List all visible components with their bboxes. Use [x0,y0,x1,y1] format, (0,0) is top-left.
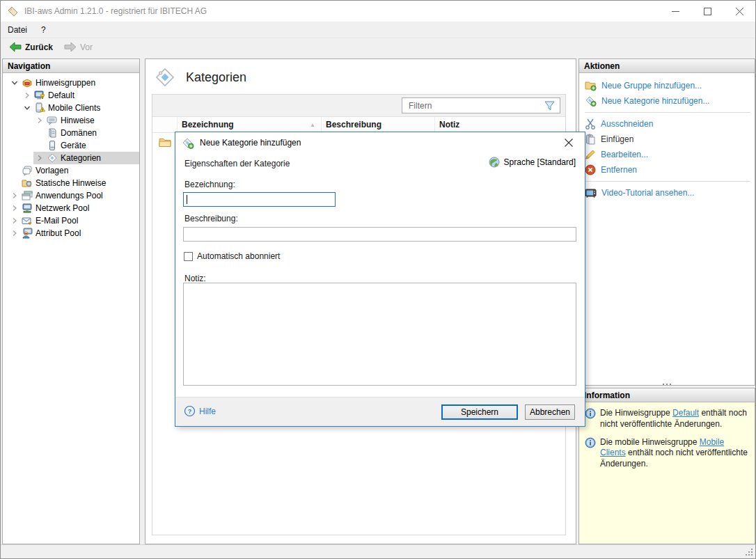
filter-funnel-icon[interactable] [544,101,555,111]
action-paste: Einfügen [579,132,755,147]
actions-panel: Aktionen Neue Gruppe hinzufügen... Neue … [578,58,755,386]
action-edit[interactable]: Bearbeiten... [579,147,755,162]
chevron-collapsed-icon[interactable] [21,92,33,99]
notiz-textarea[interactable] [183,283,576,386]
notiz-label: Notiz: [184,274,206,283]
action-new-group[interactable]: Neue Gruppe hinzufügen... [579,78,755,93]
close-button[interactable] [723,1,755,22]
filter-toolbar: Filtern [152,95,565,117]
app-tag-icon [7,6,19,17]
info-icon [585,437,596,448]
chevron-collapsed-icon[interactable] [33,117,46,124]
dialog-section-label: Eigenschaften der Kategorie [184,159,290,168]
resize-grip-icon[interactable] [745,548,753,556]
edit-icon [585,149,596,160]
notes-icon [46,115,58,126]
window-title: IBI-aws Admin 1.21.0 - registriert für I… [24,6,207,16]
tag-add-icon [182,137,194,149]
actions-header: Aktionen [579,59,755,73]
folder-add-icon [585,80,597,91]
minimize-button[interactable] [659,1,691,22]
bezeichnung-input[interactable] [183,192,336,207]
tree-item-domaenen[interactable]: Domänen [3,127,139,139]
tree-item-statische-hinweise[interactable]: Statische Hinweise [3,177,139,189]
action-video-tutorial[interactable]: Video-Tutorial ansehen... [579,185,755,200]
chevron-collapsed-icon[interactable] [8,217,21,224]
filter-input[interactable]: Filtern [402,97,560,113]
tree-item-netzwerk-pool[interactable]: Netzwerk Pool [3,202,139,214]
chevron-collapsed-icon[interactable] [8,192,21,199]
email-pool-icon [21,215,33,226]
folder-icon [159,137,171,148]
column-beschreibung[interactable]: Beschreibung [322,117,435,132]
link-default[interactable]: Default [672,408,699,418]
text-caret [187,195,187,204]
notice-groups-icon [21,77,33,88]
help-link[interactable]: ? Hilfe [184,406,216,416]
panel-splitter[interactable] [578,380,755,388]
templates-icon [21,165,33,176]
navigation-tree: Hinweisgruppen Default Mobile Clients [3,73,139,239]
globe-icon [489,157,500,168]
device-icon [46,140,58,151]
auto-subscribe-checkbox[interactable] [184,252,193,261]
chevron-collapsed-icon[interactable] [8,205,21,212]
chevron-expanded-icon[interactable] [8,79,21,86]
info-item-default: Die Hinweisgruppe Default enthält noch n… [585,408,749,430]
domain-icon [46,127,58,139]
navigation-header: Navigation [3,59,139,73]
information-header: Information [579,388,755,402]
cut-icon [585,118,596,129]
chevron-collapsed-icon[interactable] [33,155,46,162]
tree-item-vorlagen[interactable]: Vorlagen [3,164,139,177]
app-pool-icon [21,190,33,201]
help-label: Hilfe [199,407,216,416]
separator [585,112,750,113]
action-cut[interactable]: Ausschneiden [579,116,755,132]
main-title: Kategorien [154,66,246,88]
chevron-collapsed-icon[interactable] [8,230,21,237]
language-selector[interactable]: Sprache [Standard] [489,157,576,168]
dialog-close-icon[interactable] [558,134,579,151]
chevron-expanded-icon[interactable] [21,104,33,111]
tree-item-mobile-clients[interactable]: Mobile Clients [3,102,139,114]
beschreibung-input[interactable] [183,227,576,242]
save-button[interactable]: Speichern [441,404,518,420]
network-pool-icon [21,203,33,214]
tree-item-geraete[interactable]: Geräte [3,139,139,152]
tree-item-kategorien[interactable]: Kategorien [3,152,139,164]
menu-datei[interactable]: Datei [1,22,34,38]
back-button[interactable]: Zurück [5,40,57,55]
menu-bar: Datei ? [1,22,755,38]
back-label: Zurück [25,42,53,52]
tree-item-anwendungs-pool[interactable]: Anwendungs Pool [3,189,139,202]
column-notiz[interactable]: Notiz [435,117,565,132]
action-remove[interactable]: Entfernen [579,162,755,178]
monitor-warning-icon [33,90,46,101]
forward-arrow-icon [64,42,77,52]
tree-item-attribut-pool[interactable]: Attribut Pool [3,227,139,239]
new-category-dialog: Neue Kategorie hinzufügen Eigenschaften … [175,132,585,427]
forward-button[interactable]: Vor [60,40,97,55]
action-new-category[interactable]: Neue Kategorie hinzufügen... [579,93,755,109]
tree-item-hinweise[interactable]: Hinweise [3,114,139,127]
attribute-pool-icon [21,228,33,239]
info-icon [585,408,596,419]
forward-label: Vor [80,42,93,52]
tree-item-default[interactable]: Default [3,89,139,102]
dialog-footer: ? Hilfe Speichern Abbrechen [175,397,585,426]
selected-tree-item[interactable]: Kategorien [33,152,139,164]
beschreibung-label: Beschreibung: [184,214,238,223]
cancel-button[interactable]: Abbrechen [525,404,575,420]
tree-item-hinweisgruppen[interactable]: Hinweisgruppen [3,77,139,89]
video-icon [585,187,597,198]
column-icon[interactable] [152,117,178,132]
tree-item-email-pool[interactable]: E-Mail Pool [3,214,139,227]
maximize-button[interactable] [691,1,723,22]
tag-icon [46,152,58,164]
menu-help[interactable]: ? [34,22,53,38]
table-header-row: Bezeichnung▲ Beschreibung Notiz [152,117,565,133]
language-label: Sprache [Standard] [504,157,576,167]
tag-add-icon [585,95,597,107]
column-bezeichnung[interactable]: Bezeichnung▲ [178,117,322,132]
